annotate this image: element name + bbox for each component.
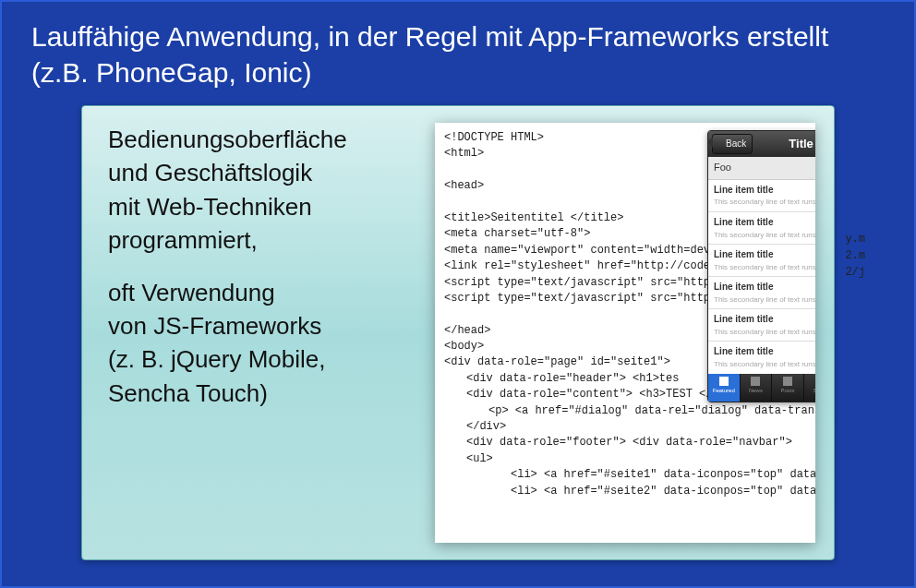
back-button[interactable]: Back: [712, 134, 753, 155]
item-sub: This secondary line of text runs full: [714, 359, 815, 370]
list-item[interactable]: Line item title6:24 PMThis secondary lin…: [708, 212, 815, 245]
p1-l2: und Geschäftslogik: [108, 159, 312, 186]
phone-header: Back Title: [708, 131, 815, 157]
left-text: Bedienungsoberfläche und Geschäftslogik …: [108, 123, 422, 543]
tab-label: Posts: [780, 388, 794, 393]
tab-label: News: [749, 388, 763, 393]
phone-tabbar: Featured News Posts Shop More: [708, 374, 815, 402]
star-icon: [719, 377, 729, 386]
item-title: Line item title: [714, 184, 773, 198]
tab-label: Featured: [713, 388, 735, 393]
item-sub: This secondary line of text runs full: [714, 262, 815, 273]
phone-sub-label: Foo: [714, 161, 731, 175]
tab-featured[interactable]: Featured: [708, 374, 741, 402]
phone-subheader: Foo: [708, 157, 815, 180]
tab-label: Shop: [814, 388, 815, 393]
stray-text: 2/j: [845, 265, 865, 281]
stray-text: y.m: [845, 232, 865, 247]
list-item[interactable]: Line item title6:24 PMThis secondary lin…: [708, 309, 815, 342]
p2-l1: oft Verwendung: [108, 279, 275, 306]
list-item[interactable]: Line item title6:24 PMThis secondary lin…: [708, 277, 815, 309]
item-sub: This secondary line of text runs full: [714, 230, 815, 241]
item-title: Line item title: [714, 248, 773, 262]
para-1: Bedienungsoberfläche und Geschäftslogik …: [108, 123, 422, 258]
item-title: Line item title: [714, 216, 773, 230]
phone-list: Line item title6:24 PMThis secondary lin…: [708, 180, 815, 374]
content-panel: Bedienungsoberfläche und Geschäftslogik …: [81, 105, 835, 560]
para-2: oft Verwendung von JS-Frameworks (z. B. …: [108, 276, 422, 411]
code-line: </div>: [444, 419, 810, 435]
title-line-2: (z.B. PhoneGap, Ionic): [31, 57, 312, 88]
item-title: Line item title: [714, 345, 773, 359]
p2-l3: (z. B. jQuery Mobile,: [108, 345, 326, 373]
code-snippet: <!DOCTYPE HTML> <html> <head> <title>Sei…: [435, 123, 815, 543]
phone-mock: Back Title Foo Line item title6:24 PMThi…: [707, 130, 815, 402]
code-line: <p> <a href="#dialog" data-rel="dialog" …: [444, 403, 810, 419]
slide-outer: Lauffähige Anwendung, in der Regel mit A…: [0, 0, 916, 588]
item-title: Line item title: [714, 281, 773, 294]
posts-icon: [783, 377, 792, 386]
tab-posts[interactable]: Posts: [772, 374, 804, 402]
item-sub: This secondary line of text runs full: [714, 294, 815, 306]
code-line: <li> <a href="#seite2" data-iconpos="top…: [444, 484, 810, 499]
stray-text: 2.m: [845, 248, 865, 264]
list-item[interactable]: Line item title6:24 PMThis secondary lin…: [708, 245, 815, 277]
item-title: Line item title: [714, 313, 773, 327]
code-line: <ul>: [444, 451, 810, 467]
p1-l3: mit Web-Techniken: [108, 193, 312, 221]
p1-l4: programmiert,: [108, 226, 258, 254]
title-line-1: Lauffähige Anwendung, in der Regel mit A…: [31, 21, 828, 52]
tab-shop[interactable]: Shop: [804, 374, 815, 402]
code-line: <div data-role="footer"> <div data-role=…: [444, 435, 810, 450]
list-item[interactable]: Line item title6:24 PMThis secondary lin…: [708, 180, 815, 212]
news-icon: [751, 377, 760, 386]
p2-l2: von JS-Frameworks: [108, 312, 321, 340]
p1-l1: Bedienungsoberfläche: [108, 126, 347, 153]
tab-news[interactable]: News: [741, 374, 773, 402]
p2-l4: Sencha Touch): [108, 379, 268, 407]
item-sub: This secondary line of text runs full: [714, 197, 815, 208]
phone-title: Title: [756, 136, 815, 153]
slide-title: Lauffähige Anwendung, in der Regel mit A…: [31, 18, 885, 90]
code-line: <li> <a href="#seite1" data-iconpos="top…: [444, 467, 810, 483]
item-sub: This secondary line of text runs full: [714, 327, 815, 338]
list-item[interactable]: Line item title6:24 PMThis secondary lin…: [708, 342, 815, 373]
